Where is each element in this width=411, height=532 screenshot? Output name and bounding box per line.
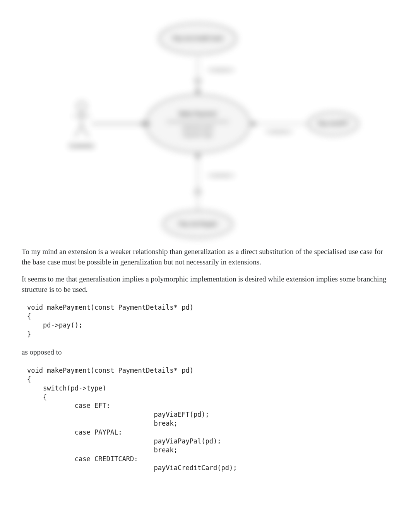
paragraph-2: It seems to me that generalisation impli… bbox=[22, 274, 389, 295]
extends-right-label: <<extends>> bbox=[265, 129, 293, 135]
extends-top: <<extends>> bbox=[195, 56, 235, 95]
right-use-case: Pay via EFT bbox=[308, 112, 358, 135]
bottom-ellipse-text: Pay via Paypal bbox=[179, 221, 216, 227]
actor-label: Customer bbox=[69, 143, 94, 149]
bottom-use-case: Pay via Paypal bbox=[163, 211, 233, 238]
code-block-1: void makePayment(const PaymentDetails* p… bbox=[27, 303, 389, 339]
svg-marker-16 bbox=[195, 153, 200, 158]
top-use-case: Pay via Credit Card bbox=[159, 23, 236, 54]
svg-point-5 bbox=[146, 95, 250, 153]
svg-marker-13 bbox=[250, 121, 255, 126]
center-use-case: Make Payment extension point Payment Typ… bbox=[146, 95, 250, 153]
right-ellipse-text: Pay via EFT bbox=[318, 120, 349, 126]
center-sub1: extension point bbox=[182, 125, 214, 131]
code-block-2: void makePayment(const PaymentDetails* p… bbox=[27, 366, 389, 472]
document-page: Customer Make Payment extension point Pa… bbox=[0, 0, 411, 496]
svg-line-3 bbox=[75, 126, 82, 137]
extends-right: <<extends>> bbox=[250, 121, 308, 135]
paragraph-1: To my mind an extension is a weaker rela… bbox=[22, 247, 389, 267]
svg-marker-9 bbox=[195, 90, 200, 95]
center-title: Make Payment bbox=[179, 111, 217, 117]
actor-customer: Customer bbox=[69, 102, 94, 149]
extends-bottom: <<extends>> bbox=[195, 153, 235, 211]
arrow-assoc-right bbox=[142, 121, 146, 126]
center-sub2: Payment Type bbox=[183, 132, 213, 138]
between-text: as opposed to bbox=[22, 347, 389, 358]
extends-bottom-label: <<extends>> bbox=[207, 173, 235, 178]
svg-line-4 bbox=[82, 126, 89, 137]
use-case-diagram: Customer Make Payment extension point Pa… bbox=[51, 8, 360, 240]
svg-point-0 bbox=[77, 102, 86, 111]
diagram-container: Customer Make Payment extension point Pa… bbox=[22, 8, 389, 240]
top-ellipse-text: Pay via Credit Card bbox=[173, 35, 223, 41]
extends-top-label: <<extends>> bbox=[207, 67, 235, 73]
svg-marker-17 bbox=[195, 188, 201, 193]
svg-marker-10 bbox=[195, 80, 201, 85]
